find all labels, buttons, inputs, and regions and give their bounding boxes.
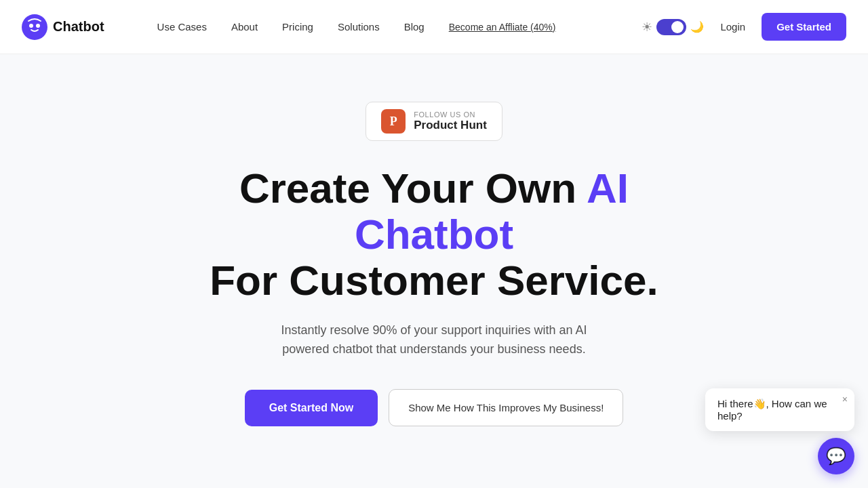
- product-hunt-badge[interactable]: P FOLLOW US ON Product Hunt: [366, 102, 502, 141]
- hero-section: P FOLLOW US ON Product Hunt Create Your …: [0, 54, 868, 426]
- product-hunt-name: Product Hunt: [414, 119, 487, 132]
- chat-button-icon: 💬: [826, 447, 846, 466]
- headline-part1: Create Your Own: [239, 165, 587, 211]
- chat-open-button[interactable]: 💬: [818, 438, 854, 474]
- hero-headline: Create Your Own AI ChatbotFor Customer S…: [170, 165, 698, 304]
- nav-affiliate[interactable]: Become an Affliate (40%): [437, 22, 568, 33]
- get-started-now-button[interactable]: Get Started Now: [245, 390, 378, 426]
- follow-label: FOLLOW US ON: [414, 110, 475, 119]
- logo-link[interactable]: Chatbot: [22, 14, 104, 40]
- logo-text: Chatbot: [53, 19, 104, 35]
- chat-close-icon[interactable]: ×: [842, 394, 848, 405]
- toggle-knob: [671, 21, 684, 33]
- cta-buttons: Get Started Now Show Me How This Improve…: [245, 389, 624, 426]
- chat-bubble: × Hi there👋, How can we help?: [705, 388, 854, 431]
- nav-solutions[interactable]: Solutions: [326, 21, 392, 33]
- headline-part2: For Customer Service.: [210, 257, 658, 304]
- show-me-how-button[interactable]: Show Me How This Improves My Business!: [389, 389, 623, 426]
- nav-right: ☀ 🌙 Login Get Started: [642, 13, 846, 41]
- svg-point-1: [29, 24, 33, 28]
- nav-about[interactable]: About: [219, 21, 270, 33]
- product-hunt-icon: P: [381, 109, 406, 134]
- nav-use-cases[interactable]: Use Cases: [145, 21, 219, 33]
- chat-widget: × Hi there👋, How can we help? 💬: [705, 388, 854, 474]
- nav-links: Use Cases About Pricing Solutions Blog B…: [145, 21, 642, 33]
- chat-bubble-text: Hi there👋, How can we help?: [717, 398, 827, 422]
- nav-blog[interactable]: Blog: [392, 21, 437, 33]
- logo-icon: [22, 14, 47, 40]
- nav-get-started-button[interactable]: Get Started: [762, 13, 846, 41]
- svg-point-2: [36, 24, 40, 28]
- sun-icon: ☀: [642, 20, 652, 35]
- login-link[interactable]: Login: [715, 21, 751, 33]
- nav-pricing[interactable]: Pricing: [270, 21, 326, 33]
- moon-icon: 🌙: [690, 20, 704, 33]
- theme-toggle-area: ☀ 🌙: [642, 19, 704, 35]
- product-hunt-text: FOLLOW US ON Product Hunt: [414, 110, 487, 132]
- hero-subtext: Instantly resolve 90% of your support in…: [258, 321, 610, 360]
- svg-point-0: [22, 14, 47, 40]
- theme-toggle[interactable]: [656, 19, 686, 35]
- navbar: Chatbot Use Cases About Pricing Solution…: [0, 0, 868, 54]
